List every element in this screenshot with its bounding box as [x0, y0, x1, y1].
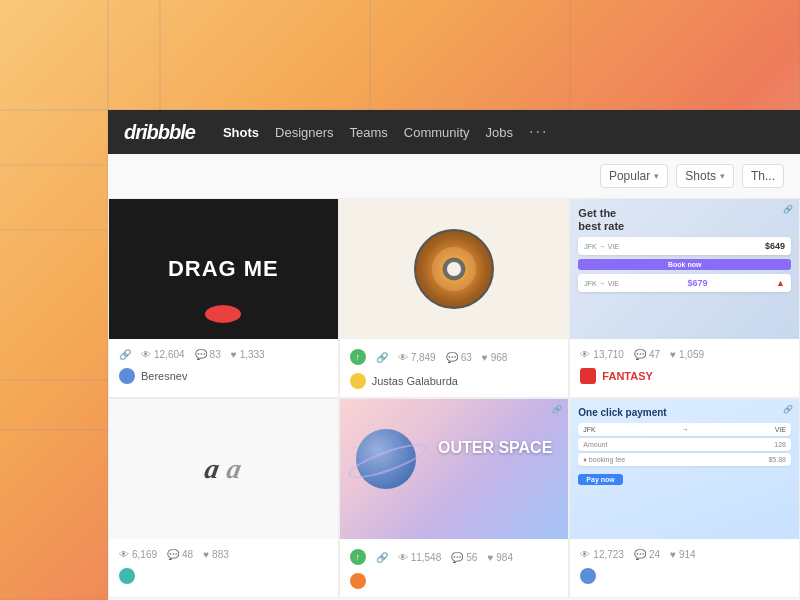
card-author-4	[119, 564, 328, 586]
card-stats-4: 👁 6,169 💬 48 ♥ 883	[119, 545, 328, 564]
eye-icon-3: 👁	[580, 349, 590, 360]
link-icon: 🔗	[119, 349, 131, 360]
shot-card-payment[interactable]: 🔗 One click payment JFK → VIE Amount 128	[569, 398, 800, 598]
shot-card-logo[interactable]: a a 👁 6,169 💬 48 ♥	[108, 398, 339, 598]
payment-tax-label: ♦ booking fee	[583, 456, 625, 463]
dribbble-logo[interactable]: dribbble	[124, 121, 195, 144]
payment-from: JFK	[583, 426, 595, 433]
stat-comments-3: 💬 47	[634, 349, 660, 360]
payment-card-3: ♦ booking fee $5.88	[578, 453, 791, 466]
shot-card-drag-me[interactable]: DRAG ME 🔗 👁 12,604 💬 83 ♥	[108, 198, 339, 398]
shot-thumbnail-flight: 🔗 Get thebest rate JFK → VIE $649 Book n…	[570, 199, 799, 339]
shot-thumbnail-payment: 🔗 One click payment JFK → VIE Amount 128	[570, 399, 799, 539]
flight-route-1: JFK → VIE	[584, 243, 619, 250]
nav-item-community[interactable]: Community	[404, 121, 470, 144]
planet-shape	[356, 429, 416, 489]
stat-views-4: 👁 6,169	[119, 549, 157, 560]
stat-likes-1: ♥ 1,333	[231, 349, 265, 360]
outer-space-thumbnail: 🔗 OUTER SPACE	[340, 399, 569, 539]
stat-comments-6: 💬 24	[634, 549, 660, 560]
flight-title: Get thebest rate	[578, 207, 791, 233]
card-meta-5: ↑ 🔗 👁 11,548 💬 56 ♥ 984	[340, 539, 569, 597]
link-icon-5: 🔗	[376, 552, 388, 563]
filter-shots-label: Shots	[685, 169, 716, 183]
avatar-5	[350, 573, 366, 589]
card-stats-2: ↑ 🔗 👁 7,849 💬 63 ♥ 968	[350, 345, 559, 369]
card-meta-2: ↑ 🔗 👁 7,849 💬 63 ♥ 968	[340, 339, 569, 397]
payment-thumbnail: 🔗 One click payment JFK → VIE Amount 128	[570, 399, 799, 539]
comment-icon-3: 💬	[634, 349, 646, 360]
eye-icon-5: 👁	[398, 552, 408, 563]
filter-shots[interactable]: Shots ▾	[676, 164, 734, 188]
nav-item-jobs[interactable]: Jobs	[486, 121, 513, 144]
drag-me-text: DRAG ME	[168, 256, 279, 282]
flight-price-2: $679	[688, 278, 708, 288]
stat-views-1: 👁 12,604	[141, 349, 185, 360]
author-name-2: Justas Galaburda	[372, 375, 458, 387]
outer-space-title: OUTER SPACE	[438, 439, 552, 457]
flight-card-2: JFK → VIE $679 ▲	[578, 274, 791, 292]
price-arrow-icon: ▲	[776, 278, 785, 288]
card-author-1: Beresnev	[119, 364, 328, 386]
heart-icon-5: ♥	[487, 552, 493, 563]
avatar-6	[580, 568, 596, 584]
shots-grid: DRAG ME 🔗 👁 12,604 💬 83 ♥	[108, 198, 800, 598]
payment-to: VIE	[775, 426, 786, 433]
shot-thumbnail-vinyl	[340, 199, 569, 339]
filter-this-label: Th...	[751, 169, 775, 183]
card-stats-5: ↑ 🔗 👁 11,548 💬 56 ♥ 984	[350, 545, 559, 569]
nav-item-shots[interactable]: Shots	[223, 121, 259, 144]
shot-thumbnail-drag-me: DRAG ME	[109, 199, 338, 339]
vinyl-disc	[414, 229, 494, 309]
nav-item-teams[interactable]: Teams	[350, 121, 388, 144]
card-meta-1: 🔗 👁 12,604 💬 83 ♥ 1,333	[109, 339, 338, 392]
heart-icon-3: ♥	[670, 349, 676, 360]
filter-popular[interactable]: Popular ▾	[600, 164, 668, 188]
flight-thumbnail: 🔗 Get thebest rate JFK → VIE $649 Book n…	[570, 199, 799, 339]
eye-icon-4: 👁	[119, 549, 129, 560]
shot-thumbnail-logo: a a	[109, 399, 338, 539]
comment-icon: 💬	[195, 349, 207, 360]
nav-items: Shots Designers Teams Community Jobs ···	[223, 119, 784, 145]
card-stats-3: 👁 13,710 💬 47 ♥ 1,059	[580, 345, 789, 364]
shot-thumbnail-outer-space: 🔗 OUTER SPACE	[340, 399, 569, 539]
card-author-5	[350, 569, 559, 591]
flight-price-1: $649	[765, 241, 785, 251]
heart-icon-4: ♥	[203, 549, 209, 560]
card-meta-3: 👁 13,710 💬 47 ♥ 1,059 FANTASY	[570, 339, 799, 392]
logo-variant: a a	[205, 453, 241, 485]
avatar-1	[119, 368, 135, 384]
filter-this[interactable]: Th...	[742, 164, 784, 188]
nav-item-more[interactable]: ···	[529, 119, 548, 145]
stat-likes-6: ♥ 914	[670, 549, 696, 560]
logo-letter-a2: a	[225, 453, 245, 485]
stat-comments-1: 💬 83	[195, 349, 221, 360]
payment-row-1: JFK → VIE	[583, 426, 786, 433]
filter-popular-label: Popular	[609, 169, 650, 183]
eye-icon-6: 👁	[580, 549, 590, 560]
payment-tax: $5.88	[768, 456, 786, 463]
stat-likes-4: ♥ 883	[203, 549, 229, 560]
stat-views-6: 👁 12,723	[580, 549, 624, 560]
comment-icon-6: 💬	[634, 549, 646, 560]
stat-comments-5: 💬 56	[451, 552, 477, 563]
pay-button[interactable]: Pay now	[578, 474, 622, 485]
nav-item-designers[interactable]: Designers	[275, 121, 334, 144]
comment-icon-5: 💬	[451, 552, 463, 563]
navbar: dribbble Shots Designers Teams Community…	[108, 110, 800, 154]
shot-card-outer-space[interactable]: 🔗 OUTER SPACE ↑ 🔗 👁 11,548 💬 56	[339, 398, 570, 598]
eye-icon: 👁	[141, 349, 151, 360]
logo-thumbnail: a a	[109, 399, 338, 539]
heart-icon: ♥	[231, 349, 237, 360]
eye-icon-2: 👁	[398, 352, 408, 363]
chevron-down-icon: ▾	[654, 171, 659, 181]
shot-card-vinyl[interactable]: ↑ 🔗 👁 7,849 💬 63 ♥ 968	[339, 198, 570, 398]
vinyl-thumbnail	[340, 199, 569, 339]
stat-likes-5: ♥ 984	[487, 552, 513, 563]
payment-amount-label: Amount	[583, 441, 607, 448]
stat-views-5: 👁 11,548	[398, 552, 442, 563]
logo-letter-a: a	[203, 453, 223, 485]
shot-card-flight[interactable]: 🔗 Get thebest rate JFK → VIE $649 Book n…	[569, 198, 800, 398]
vinyl-center	[447, 262, 461, 276]
flight-card-1: JFK → VIE $649	[578, 237, 791, 255]
